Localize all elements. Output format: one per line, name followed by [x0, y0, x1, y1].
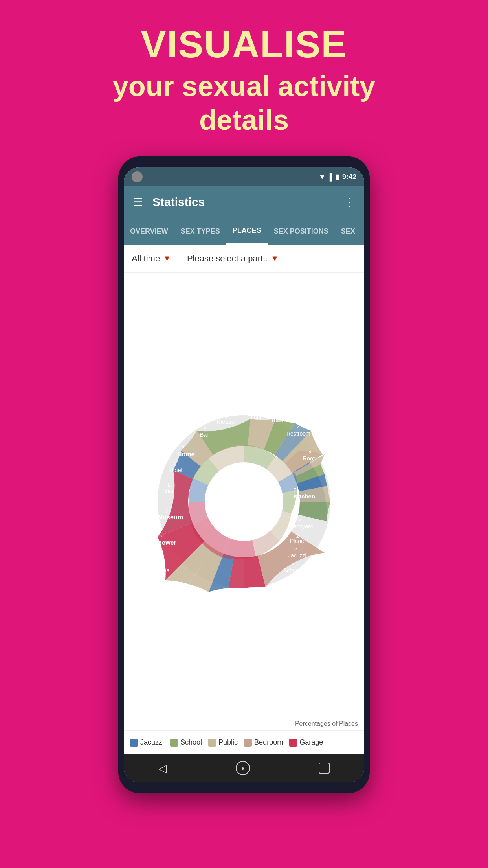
svg-text:Car: Car	[169, 589, 178, 595]
tab-sex-extra[interactable]: SEX	[335, 218, 361, 245]
svg-text:7: 7	[165, 509, 168, 515]
svg-text:Garage: Garage	[207, 593, 225, 599]
time-filter-label: All time	[132, 254, 160, 264]
svg-text:Restroom: Restroom	[286, 430, 310, 437]
svg-text:Ship: Ship	[162, 488, 173, 494]
partner-filter-label: Please select a part..	[187, 254, 268, 264]
legend-label-public: Public	[218, 738, 238, 747]
phone-frame: ▾ ▐ ▮ 9:42 ☰ Statistics ⋮ OVERVIEW SEX T…	[118, 156, 370, 793]
svg-text:7: 7	[182, 445, 185, 451]
status-bar: ▾ ▐ ▮ 9:42	[124, 167, 364, 186]
signal-icon: ▐	[327, 173, 332, 181]
chart-legend: Jacuzzi School Public Bedroom Garage	[124, 730, 364, 754]
partner-filter-arrow: ▼	[271, 254, 279, 263]
partner-filter-dropdown[interactable]: Please select a part.. ▼	[187, 254, 279, 264]
status-right: ▾ ▐ ▮ 9:42	[320, 173, 356, 181]
svg-text:Train: Train	[271, 417, 283, 423]
svg-text:2: 2	[298, 518, 301, 523]
legend-label-garage: Garage	[299, 738, 323, 747]
legend-item-garage: Garage	[289, 738, 323, 747]
svg-text:7: 7	[160, 534, 163, 540]
svg-text:Home: Home	[177, 451, 195, 458]
back-button[interactable]: ◁	[158, 762, 167, 775]
svg-text:2: 2	[279, 412, 282, 418]
nav-bar: ◁ ●	[124, 754, 364, 782]
svg-text:2: 2	[167, 482, 170, 488]
places-donut-chart: Kitchen	[146, 399, 342, 604]
time-filter-arrow: ▼	[163, 254, 171, 263]
hamburger-menu-button[interactable]: ☰	[133, 196, 143, 209]
promo-subtitle: your sexual activitydetails	[16, 69, 472, 137]
main-content: Kitchen	[124, 273, 364, 754]
svg-text:2: 2	[285, 576, 288, 581]
legend-label-bedroom: Bedroom	[254, 738, 283, 747]
svg-text:Kitchen: Kitchen	[294, 493, 315, 500]
legend-color-garage	[289, 739, 297, 747]
filter-bar: All time ▼ Please select a part.. ▼	[124, 245, 364, 273]
svg-text:2: 2	[294, 547, 297, 552]
chart-container: Kitchen	[124, 273, 364, 730]
phone-screen: ▾ ▐ ▮ 9:42 ☰ Statistics ⋮ OVERVIEW SEX T…	[124, 167, 364, 782]
legend-item-public: Public	[208, 738, 238, 747]
toolbar: ☰ Statistics ⋮	[124, 186, 364, 218]
tab-sex-positions[interactable]: SEX POSITIONS	[268, 218, 335, 245]
legend-item-bedroom: Bedroom	[244, 738, 283, 747]
svg-text:2: 2	[162, 576, 165, 581]
svg-text:Living room: Living room	[154, 581, 182, 588]
svg-text:2: 2	[309, 450, 312, 456]
legend-color-bedroom	[244, 739, 252, 747]
recents-button[interactable]	[319, 763, 330, 774]
status-icon	[132, 171, 143, 182]
svg-text:Bar: Bar	[200, 432, 209, 438]
time-filter-dropdown[interactable]: All time ▼	[132, 254, 171, 264]
svg-text:2: 2	[291, 562, 294, 568]
svg-text:10: 10	[275, 587, 281, 592]
svg-text:Cinema: Cinema	[150, 567, 169, 574]
svg-text:2: 2	[204, 426, 207, 432]
toolbar-title: Statistics	[152, 195, 344, 209]
svg-text:Jacuzzi: Jacuzzi	[288, 552, 306, 559]
wifi-icon: ▾	[320, 173, 324, 181]
filter-divider	[179, 251, 179, 267]
legend-item-jacuzzi: Jacuzzi	[130, 738, 164, 747]
home-button[interactable]: ●	[236, 761, 250, 775]
legend-label-jacuzzi: Jacuzzi	[140, 738, 164, 747]
more-options-button[interactable]: ⋮	[344, 196, 355, 209]
battery-icon: ▮	[335, 173, 339, 181]
svg-text:Museum: Museum	[158, 514, 183, 520]
time-display: 9:42	[342, 173, 356, 181]
svg-text:Theatre: Theatre	[216, 419, 235, 425]
svg-text:4: 4	[297, 425, 300, 430]
tab-bar: OVERVIEW SEX TYPES PLACES SEX POSITIONS …	[124, 218, 364, 245]
promo-section: VISUALISE your sexual activitydetails	[0, 0, 488, 156]
svg-text:7: 7	[294, 487, 296, 493]
svg-text:Hotel: Hotel	[169, 467, 182, 473]
legend-item-school: School	[170, 738, 202, 747]
svg-text:Backyard: Backyard	[290, 523, 313, 530]
tab-places[interactable]: PLACES	[226, 218, 268, 245]
tab-sex-types[interactable]: SEX TYPES	[174, 218, 226, 245]
svg-text:2: 2	[257, 410, 260, 416]
svg-text:2: 2	[195, 587, 198, 592]
svg-text:2: 2	[296, 533, 299, 539]
svg-text:Public: Public	[279, 581, 294, 587]
legend-label-school: School	[180, 738, 202, 747]
legend-color-school	[170, 739, 178, 747]
svg-point-2	[205, 462, 283, 541]
svg-text:2: 2	[225, 414, 228, 419]
svg-text:Beach: Beach	[247, 414, 263, 420]
legend-color-public	[208, 739, 216, 747]
tab-overview[interactable]: OVERVIEW	[124, 218, 174, 245]
svg-text:2: 2	[224, 588, 227, 594]
svg-text:2: 2	[174, 461, 177, 467]
svg-text:Shower: Shower	[154, 539, 176, 546]
svg-text:Pool: Pool	[189, 592, 200, 598]
svg-text:Roof: Roof	[303, 455, 315, 462]
svg-text:2: 2	[157, 562, 160, 567]
promo-title: VISUALISE	[16, 24, 472, 65]
chart-footer-label: Percentages of Places	[295, 720, 358, 727]
legend-color-jacuzzi	[130, 739, 138, 747]
svg-text:Bedroom: Bedroom	[250, 590, 277, 597]
svg-text:School: School	[283, 567, 300, 574]
